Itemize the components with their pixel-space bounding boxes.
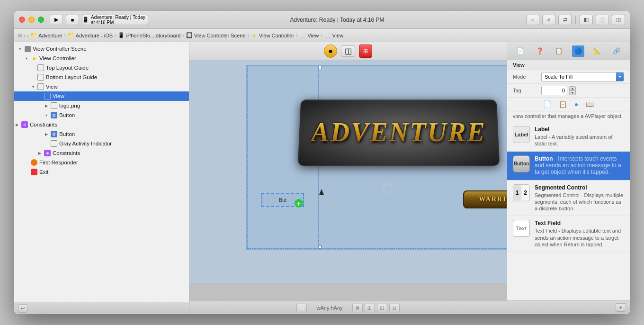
tree-arrow-button2: ▶ bbox=[44, 131, 49, 137]
close-button[interactable] bbox=[19, 17, 25, 23]
navigator-tree: ▾ View Controller Scene ▾ ● View Control… bbox=[14, 42, 189, 302]
minimize-button[interactable] bbox=[28, 17, 35, 23]
inspector-connections-btn[interactable]: 🔗 bbox=[610, 45, 623, 57]
tree-icon-scene bbox=[24, 45, 31, 53]
canvas-viewport[interactable]: ADVENTURE But + WARRIOR bbox=[189, 60, 507, 301]
breadcrumb-scene[interactable]: 🔲 View Controller Scene bbox=[186, 32, 246, 39]
library-item-label[interactable]: Label Label Label - A variably sized amo… bbox=[507, 122, 630, 152]
inspector-icon-row: 📄 📋 ● 📖 bbox=[507, 98, 630, 111]
panel-right-button[interactable]: ◫ bbox=[612, 15, 625, 25]
library-av-desc: view controller that manages a AVPlayer … bbox=[507, 111, 630, 122]
tree-item-first-responder[interactable]: ▶ First Responder bbox=[14, 158, 189, 167]
canvas-bottom-strip bbox=[189, 283, 507, 301]
library-label-icon: Label bbox=[513, 126, 530, 143]
view-icon-2: ⬜ bbox=[324, 32, 331, 39]
library-segment-text: Segmented Control Segmented Control - Di… bbox=[535, 184, 624, 212]
inspector-tag-control: ▲ ▼ bbox=[541, 86, 624, 95]
inspector-add-button[interactable]: + bbox=[616, 303, 626, 312]
tree-item-logo[interactable]: ▶ logo.png bbox=[14, 101, 189, 110]
tree-item-vc-scene[interactable]: ▾ View Controller Scene bbox=[14, 44, 189, 54]
version-editor-button[interactable]: ⇄ bbox=[558, 15, 572, 25]
canvas-layout-btn4[interactable]: ◻ bbox=[389, 304, 400, 312]
xcode-window: ▶ ■ 📱 Adventure: Ready | Today at 4:16 P… bbox=[14, 11, 630, 314]
canvas-frame-btn[interactable]: ⬜ bbox=[296, 304, 307, 312]
tree-item-constraints2[interactable]: ▶ ⊕ Constraints bbox=[14, 148, 189, 158]
library-segment-desc: Segmented Control - Displays multiple se… bbox=[535, 192, 624, 212]
breadcrumb-view-1[interactable]: ⬜ View bbox=[299, 32, 319, 39]
assistant-editor-button[interactable]: ⌀ bbox=[542, 15, 555, 25]
panel-left-button[interactable]: ◧ bbox=[580, 15, 593, 25]
inspector-tag-input[interactable] bbox=[541, 86, 567, 95]
library-item-segment[interactable]: 1 2 Segmented Control Segmented Control … bbox=[507, 181, 630, 217]
library-button-title: Button - Intercepts touch events and sen… bbox=[535, 155, 624, 175]
tree-icon-view-l2 bbox=[37, 83, 45, 90]
activity-indicator bbox=[382, 183, 393, 194]
library-item-textfield[interactable]: Text Text Field Text Field - Displays ed… bbox=[507, 216, 630, 252]
canvas-bottom-bar: ⬜ wAny hAny ⊞ ◫ ◫ ◻ bbox=[189, 301, 507, 314]
panel-bottom-button[interactable]: ⬜ bbox=[596, 15, 609, 25]
inspector-identity-btn[interactable]: 📋 bbox=[553, 45, 565, 57]
breadcrumb-storyboard[interactable]: 📱 iPhoneSto....storyboard bbox=[118, 32, 180, 39]
inspector-help-btn[interactable]: ❓ bbox=[534, 45, 546, 57]
inspector-attributes-btn[interactable]: 🔵 bbox=[572, 45, 584, 57]
inspector-size-btn[interactable]: 📐 bbox=[591, 45, 603, 57]
inspector-file-btn[interactable]: 📄 bbox=[514, 45, 527, 57]
tree-arrow-constraints2: ▶ bbox=[37, 150, 43, 156]
mode-select-arrow[interactable]: ▾ bbox=[616, 72, 624, 81]
tree-icon-constraints1: ⊕ bbox=[21, 121, 28, 128]
stop-button[interactable]: ■ bbox=[66, 15, 79, 25]
tree-icon-activity bbox=[50, 140, 58, 147]
tree-item-view-l3[interactable]: ▾ View bbox=[14, 91, 189, 101]
library-segment-title: Segmented Control bbox=[535, 184, 624, 191]
view-icon-1: ⬜ bbox=[299, 32, 306, 39]
maximize-button[interactable] bbox=[38, 17, 44, 23]
scene-icon: 🔲 bbox=[186, 32, 193, 39]
breadcrumb-view-2[interactable]: ⬜ View bbox=[324, 32, 343, 39]
tree-item-button2[interactable]: ▶ B Button bbox=[14, 129, 189, 139]
library-label-desc: Label - A variably sized amount of stati… bbox=[535, 134, 624, 147]
breadcrumb-view-controller[interactable]: ● View Controller bbox=[251, 32, 294, 39]
tree-icon-exit bbox=[30, 168, 38, 176]
tree-item-constraints1[interactable]: ▶ ⊕ Constraints bbox=[14, 120, 189, 129]
canvas-tool-red[interactable]: ⊞ bbox=[359, 45, 372, 58]
cursor bbox=[319, 189, 324, 195]
canvas-tool-yellow[interactable]: ● bbox=[324, 45, 337, 58]
library-textfield-icon: Text bbox=[513, 220, 530, 237]
tree-item-button1[interactable]: ▾ B Button bbox=[14, 110, 189, 120]
tree-item-exit[interactable]: ▶ Exit bbox=[14, 167, 189, 177]
tree-item-view-l2[interactable]: ▾ View bbox=[14, 82, 189, 91]
inspector-tag-row: Tag ▲ ▼ bbox=[507, 84, 630, 98]
breadcrumb-folder[interactable]: 📁 Adventure - iOS bbox=[68, 32, 113, 39]
canvas-layout-btn3[interactable]: ◫ bbox=[377, 304, 387, 312]
canvas-layout-btn1[interactable]: ⊞ bbox=[352, 304, 363, 312]
inspector-icon-list: 📋 bbox=[559, 100, 567, 108]
library-button-icon: Button bbox=[513, 155, 530, 172]
breadcrumb-project[interactable]: 📁 Adventure bbox=[30, 32, 62, 39]
run-button[interactable]: ▶ bbox=[50, 15, 63, 25]
canvas-tool-objects[interactable]: ◫ bbox=[341, 45, 355, 57]
navigator-back-btn[interactable]: ↩ bbox=[18, 304, 27, 313]
tree-item-bottom-layout[interactable]: ▶ Bottom Layout Guide bbox=[14, 72, 189, 82]
adventure-title-text: ADVENTURE bbox=[311, 117, 486, 147]
inspector-tag-label: Tag bbox=[513, 88, 541, 93]
segment-2: 2 bbox=[521, 185, 529, 200]
canvas-layout-btn2[interactable]: ◫ bbox=[365, 304, 375, 312]
library-item-button[interactable]: Button Button - Intercepts touch events … bbox=[507, 152, 630, 181]
breadcrumb-nav-back[interactable]: ⊞ bbox=[18, 33, 22, 38]
scheme-button[interactable]: 📱 Adventure: Ready | Today at 4:16 PM bbox=[82, 15, 148, 25]
navigator-toggle-button[interactable]: ≡ bbox=[526, 15, 539, 25]
tree-arrow-constraints1: ▶ bbox=[14, 122, 20, 127]
tree-item-top-layout[interactable]: ▶ Top Layout Guide bbox=[14, 63, 189, 72]
folder-icon: 📁 bbox=[68, 32, 74, 39]
warrior-button[interactable]: WARRIOR bbox=[463, 190, 507, 208]
library-label-title: Label bbox=[535, 126, 624, 133]
inspector-mode-row: Mode Scale To Fill ▾ bbox=[507, 70, 630, 84]
stepper-down[interactable]: ▼ bbox=[569, 90, 576, 95]
tree-label-button1: Button bbox=[59, 112, 185, 118]
breadcrumb-bar: ⊞ ‹ › 📁 Adventure › 📁 Adventure - iOS › … bbox=[14, 29, 630, 42]
add-button-indicator[interactable]: + bbox=[295, 199, 303, 208]
tree-item-vc[interactable]: ▾ ● View Controller bbox=[14, 54, 189, 63]
tree-item-activity[interactable]: ▶ Gray Activity Indicator bbox=[14, 139, 189, 148]
library-textfield-desc: Text Field - Displays editable text and … bbox=[535, 227, 624, 248]
library-textfield-text: Text Field Text Field - Displays editabl… bbox=[535, 220, 624, 248]
